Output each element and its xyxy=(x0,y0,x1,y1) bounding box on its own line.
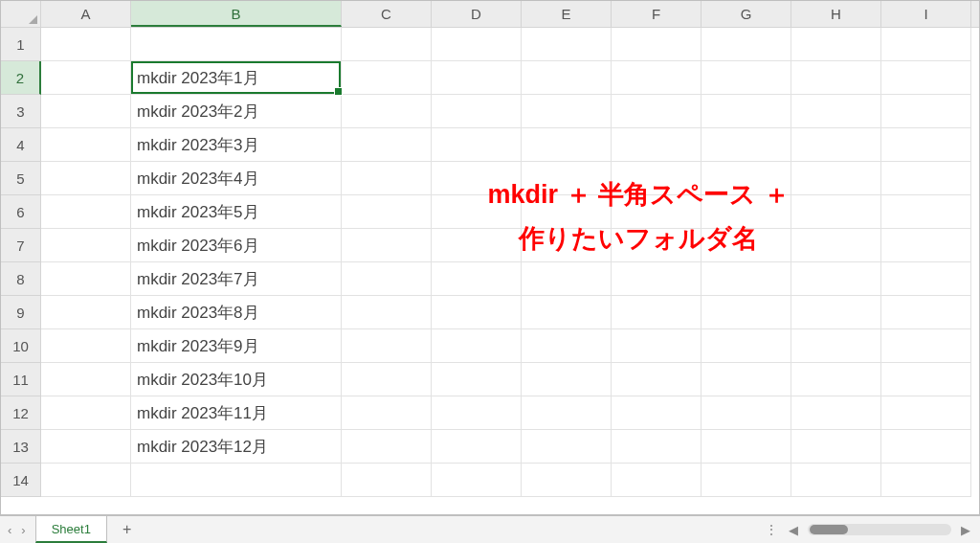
cell-I1[interactable] xyxy=(881,28,971,61)
horizontal-scroll-thumb[interactable] xyxy=(810,525,848,534)
row-head-11[interactable]: 11 xyxy=(1,363,41,396)
tab-sheet1[interactable]: Sheet1 xyxy=(35,516,107,543)
row-head-8[interactable]: 8 xyxy=(1,262,41,296)
cell-E1[interactable] xyxy=(522,28,612,61)
horizontal-scrollbar[interactable] xyxy=(808,524,951,535)
cell-C10[interactable] xyxy=(342,329,432,363)
cell-F2[interactable] xyxy=(612,61,702,95)
row-head-3[interactable]: 3 xyxy=(1,95,41,128)
cell-H10[interactable] xyxy=(791,329,881,363)
col-head-C[interactable]: C xyxy=(342,1,432,27)
row-head-7[interactable]: 7 xyxy=(1,229,41,262)
cell-D14[interactable] xyxy=(432,464,522,497)
tab-nav-next-icon[interactable]: › xyxy=(21,523,25,537)
cell-A7[interactable] xyxy=(41,229,131,262)
cell-E13[interactable] xyxy=(522,430,612,464)
cell-I5[interactable] xyxy=(881,162,971,195)
cell-C3[interactable] xyxy=(342,95,432,128)
col-head-E[interactable]: E xyxy=(522,1,612,27)
cell-E10[interactable] xyxy=(522,329,612,363)
row-head-10[interactable]: 10 xyxy=(1,329,41,363)
cell-D2[interactable] xyxy=(432,61,522,95)
cell-C5[interactable] xyxy=(342,162,432,195)
cell-I9[interactable] xyxy=(881,296,971,329)
cell-E9[interactable] xyxy=(522,296,612,329)
cell-C14[interactable] xyxy=(342,464,432,497)
cell-A5[interactable] xyxy=(41,162,131,195)
cell-B12[interactable]: mkdir 2023年11月 xyxy=(131,396,342,430)
cell-G14[interactable] xyxy=(702,464,791,497)
row-head-2[interactable]: 2 xyxy=(1,61,41,95)
cell-F9[interactable] xyxy=(612,296,702,329)
cell-H5[interactable] xyxy=(791,162,881,195)
cell-D13[interactable] xyxy=(432,430,522,464)
cell-H9[interactable] xyxy=(791,296,881,329)
scroll-left-icon[interactable]: ◀ xyxy=(789,523,798,537)
cell-I3[interactable] xyxy=(881,95,971,128)
cell-A13[interactable] xyxy=(41,430,131,464)
col-head-A[interactable]: A xyxy=(41,1,131,27)
cell-G13[interactable] xyxy=(702,430,791,464)
cell-C6[interactable] xyxy=(342,195,432,229)
cell-B3[interactable]: mkdir 2023年2月 xyxy=(131,95,342,128)
cell-D10[interactable] xyxy=(432,329,522,363)
cell-A3[interactable] xyxy=(41,95,131,128)
row-head-5[interactable]: 5 xyxy=(1,162,41,195)
cell-I14[interactable] xyxy=(881,464,971,497)
cell-F13[interactable] xyxy=(612,430,702,464)
cell-B11[interactable]: mkdir 2023年10月 xyxy=(131,363,342,396)
cell-F1[interactable] xyxy=(612,28,702,61)
cell-F3[interactable] xyxy=(612,95,702,128)
cell-A10[interactable] xyxy=(41,329,131,363)
cell-D12[interactable] xyxy=(432,396,522,430)
cell-H4[interactable] xyxy=(791,128,881,162)
cell-G3[interactable] xyxy=(702,95,791,128)
cell-G12[interactable] xyxy=(702,396,791,430)
col-head-D[interactable]: D xyxy=(432,1,522,27)
cell-H14[interactable] xyxy=(791,464,881,497)
cell-I8[interactable] xyxy=(881,262,971,296)
cell-D7[interactable] xyxy=(432,229,522,262)
cell-F7[interactable] xyxy=(612,229,702,262)
cell-D5[interactable] xyxy=(432,162,522,195)
cell-G1[interactable] xyxy=(702,28,791,61)
cell-A1[interactable] xyxy=(41,28,131,61)
row-head-6[interactable]: 6 xyxy=(1,195,41,229)
cell-B7[interactable]: mkdir 2023年6月 xyxy=(131,229,342,262)
col-head-G[interactable]: G xyxy=(702,1,791,27)
row-head-12[interactable]: 12 xyxy=(1,396,41,430)
cell-C1[interactable] xyxy=(342,28,432,61)
cell-A2[interactable] xyxy=(41,61,131,95)
cell-E14[interactable] xyxy=(522,464,612,497)
cell-B5[interactable]: mkdir 2023年4月 xyxy=(131,162,342,195)
row-head-13[interactable]: 13 xyxy=(1,430,41,464)
cell-B14[interactable] xyxy=(131,464,342,497)
cell-B2[interactable]: mkdir 2023年1月 xyxy=(131,61,342,95)
cell-E12[interactable] xyxy=(522,396,612,430)
add-sheet-button[interactable]: + xyxy=(107,516,146,543)
cell-F4[interactable] xyxy=(612,128,702,162)
cell-A6[interactable] xyxy=(41,195,131,229)
cell-E7[interactable] xyxy=(522,229,612,262)
cell-F14[interactable] xyxy=(612,464,702,497)
cell-C9[interactable] xyxy=(342,296,432,329)
cell-F8[interactable] xyxy=(612,262,702,296)
cell-A11[interactable] xyxy=(41,363,131,396)
cell-G9[interactable] xyxy=(702,296,791,329)
cell-C13[interactable] xyxy=(342,430,432,464)
cell-D6[interactable] xyxy=(432,195,522,229)
cell-A12[interactable] xyxy=(41,396,131,430)
cell-C11[interactable] xyxy=(342,363,432,396)
cell-I7[interactable] xyxy=(881,229,971,262)
cell-B8[interactable]: mkdir 2023年7月 xyxy=(131,262,342,296)
select-all-corner[interactable] xyxy=(1,1,41,27)
cell-E5[interactable] xyxy=(522,162,612,195)
cell-A4[interactable] xyxy=(41,128,131,162)
cell-E6[interactable] xyxy=(522,195,612,229)
cell-G8[interactable] xyxy=(702,262,791,296)
cell-A9[interactable] xyxy=(41,296,131,329)
cell-H12[interactable] xyxy=(791,396,881,430)
cell-D4[interactable] xyxy=(432,128,522,162)
cell-F11[interactable] xyxy=(612,363,702,396)
cell-I12[interactable] xyxy=(881,396,971,430)
